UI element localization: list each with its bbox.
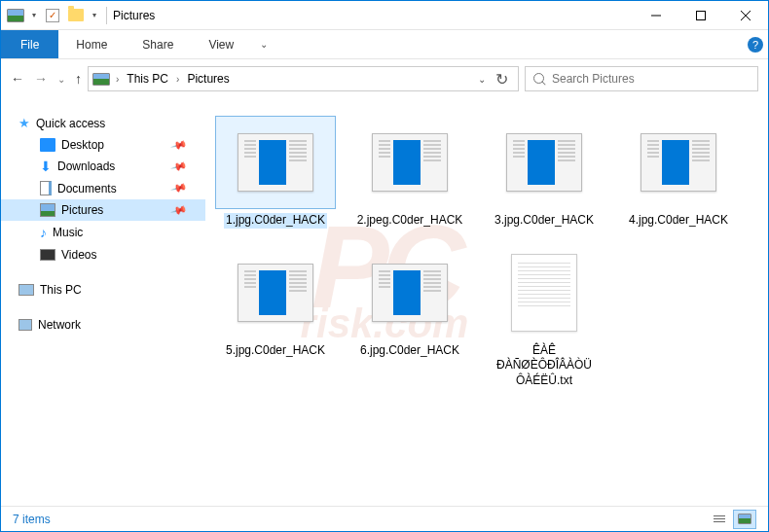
pin-icon: 📌: [170, 179, 189, 196]
search-input[interactable]: [552, 72, 750, 86]
status-bar: 7 items: [1, 506, 768, 531]
file-name: 1.jpg.C0der_HACK: [224, 213, 327, 229]
qat-customize-chevron-icon[interactable]: ▾: [89, 11, 100, 19]
desktop-icon: [40, 138, 55, 152]
music-icon: ♪: [40, 225, 47, 240]
window-controls: [634, 1, 768, 30]
downloads-icon: ⬇: [40, 160, 52, 173]
address-bar[interactable]: › This PC › Pictures ⌄ ↻: [88, 66, 519, 91]
file-thumbnail: [484, 246, 604, 339]
file-thumbnail: [349, 246, 470, 339]
tab-share[interactable]: Share: [125, 30, 191, 58]
title-bar: ▾ ✓ ▾ Pictures: [1, 1, 768, 30]
sidebar-item-pictures[interactable]: Pictures📌: [1, 199, 205, 221]
file-item[interactable]: ÊÀÊ ÐÀÑØÈÔÐÎÂÀÒÜ ÔÀÉËÛ.txt: [484, 246, 604, 389]
back-button[interactable]: ←: [11, 71, 24, 87]
pc-icon: [18, 284, 34, 296]
svg-rect-1: [697, 11, 706, 19]
file-item[interactable]: 4.jpg.C0der_HACK: [618, 116, 739, 229]
file-tab[interactable]: File: [1, 30, 58, 58]
star-icon: ★: [18, 116, 30, 130]
file-item[interactable]: 2.jpeg.C0der_HACK: [349, 116, 470, 229]
file-name: 4.jpg.C0der_HACK: [627, 213, 730, 229]
file-name: 2.jpeg.C0der_HACK: [355, 213, 465, 229]
quick-access-toolbar: ▾ ✓ ▾: [1, 5, 100, 26]
new-folder-icon[interactable]: [65, 5, 87, 26]
sidebar-item-label: Downloads: [57, 160, 115, 173]
sidebar-item-downloads[interactable]: ⬇Downloads📌: [1, 156, 205, 177]
file-name: 3.jpg.C0der_HACK: [493, 213, 596, 229]
location-icon: [92, 73, 110, 86]
file-name: ÊÀÊ ÐÀÑØÈÔÐÎÂÀÒÜ ÔÀÉËÛ.txt: [484, 343, 604, 389]
sidebar-network[interactable]: Network: [1, 314, 205, 336]
close-button[interactable]: [723, 1, 768, 30]
file-thumbnail: [349, 116, 470, 209]
thumbnails-view-button[interactable]: [733, 510, 756, 529]
address-bar-row: ← → ⌄ ↑ › This PC › Pictures ⌄ ↻: [1, 59, 768, 98]
file-name: 5.jpg.C0der_HACK: [224, 343, 327, 359]
sidebar-item-label: Videos: [61, 248, 96, 262]
help-icon: ?: [748, 37, 763, 53]
sidebar-label: This PC: [40, 283, 82, 297]
sidebar-label: Quick access: [36, 117, 105, 130]
sidebar-item-label: Pictures: [61, 203, 103, 217]
file-item[interactable]: 3.jpg.C0der_HACK: [484, 116, 604, 229]
forward-button[interactable]: →: [34, 71, 48, 87]
sidebar-item-documents[interactable]: Documents📌: [1, 177, 205, 199]
chevron-right-icon[interactable]: ›: [114, 74, 121, 85]
breadcrumb-folder[interactable]: Pictures: [185, 72, 231, 86]
main-area: ★Quick access Desktop📌 ⬇Downloads📌 Docum…: [1, 98, 768, 506]
view-buttons: [708, 510, 756, 529]
address-dropdown-chevron-icon[interactable]: ⌄: [478, 74, 486, 85]
file-item[interactable]: 5.jpg.C0der_HACK: [215, 246, 336, 389]
window-title: Pictures: [113, 9, 155, 22]
file-thumbnail: [484, 116, 604, 209]
network-icon: [18, 319, 32, 331]
refresh-button[interactable]: ↻: [495, 70, 508, 89]
file-item[interactable]: 1.jpg.C0der_HACK: [215, 116, 336, 229]
ribbon-tabs: File Home Share View ⌄ ?: [1, 30, 768, 59]
sidebar-item-label: Desktop: [61, 138, 104, 152]
up-button[interactable]: ↑: [75, 71, 82, 87]
tab-home[interactable]: Home: [58, 30, 125, 58]
search-box[interactable]: [525, 66, 758, 91]
pictures-icon: [40, 203, 55, 217]
minimize-button[interactable]: [634, 1, 678, 30]
recent-locations-chevron-icon[interactable]: ⌄: [57, 74, 65, 85]
sidebar-this-pc[interactable]: This PC: [1, 279, 205, 301]
file-thumbnail: [215, 246, 336, 339]
pin-icon: 📌: [170, 201, 189, 219]
videos-icon: [40, 249, 55, 261]
sidebar-item-videos[interactable]: Videos: [1, 244, 205, 266]
title-separator: [106, 7, 107, 24]
properties-checkbox[interactable]: ✓: [42, 5, 63, 26]
sidebar-quick-access[interactable]: ★Quick access: [1, 112, 205, 134]
tab-view[interactable]: View: [191, 30, 251, 58]
file-thumbnail: [618, 116, 739, 209]
file-list[interactable]: 1.jpg.C0der_HACK2.jpeg.C0der_HACK3.jpg.C…: [205, 98, 768, 506]
breadcrumb-root[interactable]: This PC: [125, 72, 170, 86]
file-thumbnail: [215, 116, 336, 209]
details-view-button[interactable]: [708, 510, 731, 529]
nav-buttons: ← → ⌄ ↑: [11, 71, 82, 87]
chevron-right-icon[interactable]: ›: [174, 74, 181, 85]
pin-icon: 📌: [170, 158, 189, 175]
item-count: 7 items: [13, 513, 51, 526]
file-name: 6.jpg.C0der_HACK: [358, 343, 461, 359]
help-button[interactable]: ?: [743, 30, 768, 58]
maximize-button[interactable]: [678, 1, 723, 30]
navigation-pane: ★Quick access Desktop📌 ⬇Downloads📌 Docum…: [1, 98, 205, 506]
pin-icon: 📌: [170, 136, 189, 154]
sidebar-item-label: Documents: [57, 182, 117, 195]
sidebar-item-music[interactable]: ♪Music: [1, 221, 205, 244]
ribbon-expand-chevron-icon[interactable]: ⌄: [251, 30, 276, 58]
file-item[interactable]: 6.jpg.C0der_HACK: [349, 246, 470, 389]
app-menu-chevron-icon[interactable]: ▾: [28, 11, 40, 19]
sidebar-item-label: Music: [53, 226, 83, 239]
sidebar-item-desktop[interactable]: Desktop📌: [1, 134, 205, 156]
sidebar-label: Network: [38, 318, 81, 332]
search-icon: [533, 73, 546, 86]
documents-icon: [40, 181, 52, 195]
app-icon[interactable]: [5, 5, 26, 26]
